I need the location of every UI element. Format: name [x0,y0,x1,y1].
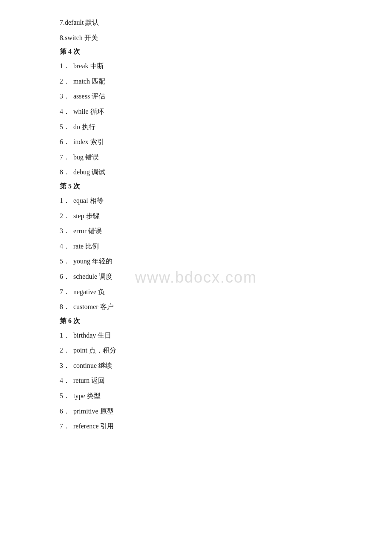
item-number: 6． [60,271,72,282]
item-text: assess 评估 [73,91,105,102]
section-4-list: 1． break 中断 2． match 匹配 3． assess 评估 4． … [60,61,341,178]
item-number: 2． [60,211,72,222]
item-text: point 点，积分 [73,345,116,356]
item-number: 7.default 默认 [60,19,99,26]
list-item: 6． index 索引 [60,136,341,147]
item-text: continue 继续 [73,360,112,371]
list-item: 7． bug 错误 [60,152,341,163]
list-item: 6． schedule 调度 [60,271,341,282]
item-number: 4． [60,106,72,117]
item-number: 4． [60,241,72,252]
item-text: index 索引 [73,136,104,147]
item-text: return 返回 [73,375,105,386]
item-number: 2． [60,345,72,356]
item-number: 5． [60,121,72,133]
section-header-5: 第 5 次 [60,182,341,191]
item-number: 7． [60,286,72,298]
item-text: customer 客户 [73,301,114,312]
item-number: 5． [60,256,72,267]
list-item: 8． debug 调试 [60,167,341,178]
item-number: 4． [60,375,72,386]
item-number: 1． [60,195,72,206]
list-item: 1． equal 相等 [60,195,341,206]
item-text: reference 引用 [73,421,114,432]
item-number: 6． [60,406,72,417]
section-5-list: 1． equal 相等 2． step 步骤 3． error 错误 4． ra… [60,195,341,312]
item-text: rate 比例 [73,241,99,252]
item-text: schedule 调度 [73,271,112,282]
item-number: 6． [60,136,72,147]
item-text: debug 调试 [73,167,105,178]
list-item: 3． continue 继续 [60,360,341,371]
list-item: 3． assess 评估 [60,91,341,102]
item-text: birthday 生日 [73,330,111,341]
item-text: young 年轻的 [73,256,112,267]
item-number: 5． [60,390,72,402]
list-item: 6． primitive 原型 [60,406,341,417]
item-text: primitive 原型 [73,406,114,417]
item-number: 7． [60,152,72,163]
item-number: 8.switch 开关 [60,34,98,41]
item-text: equal 相等 [73,195,104,206]
item-text: step 步骤 [73,211,100,222]
list-item: 3． error 错误 [60,225,341,237]
item-text: type 类型 [73,390,101,402]
item-text: match 匹配 [73,76,105,87]
item-number: 8． [60,167,72,178]
pre-section: 7.default 默认 8.switch 开关 [60,17,341,43]
item-text: while 循环 [73,106,104,117]
list-item: 7.default 默认 [60,17,341,28]
item-text: negative 负 [73,286,105,298]
list-item: 2． point 点，积分 [60,345,341,356]
item-text: error 错误 [73,225,102,237]
list-item: 7． negative 负 [60,286,341,298]
item-number: 8． [60,301,72,312]
item-number: 1． [60,330,72,341]
item-number: 3． [60,360,72,371]
list-item: 4． return 返回 [60,375,341,386]
item-number: 3． [60,91,72,102]
item-text: do 执行 [73,121,95,133]
item-text: bug 错误 [73,152,99,163]
list-item: 2． match 匹配 [60,76,341,87]
list-item: 8． customer 客户 [60,301,341,312]
main-content: 7.default 默认 8.switch 开关 第 4 次 1． break … [60,17,341,432]
item-number: 2． [60,76,72,87]
list-item: 2． step 步骤 [60,211,341,222]
list-item: 1． birthday 生日 [60,330,341,341]
list-item: 5． do 执行 [60,121,341,133]
section-header-6: 第 6 次 [60,317,341,326]
list-item: 1． break 中断 [60,61,341,72]
list-item: 8.switch 开关 [60,32,341,43]
list-item: 4． rate 比例 [60,241,341,252]
section-6-list: 1． birthday 生日 2． point 点，积分 3． continue… [60,330,341,432]
list-item: 7． reference 引用 [60,421,341,432]
list-item: 5． type 类型 [60,390,341,402]
item-number: 1． [60,61,72,72]
section-header-4: 第 4 次 [60,47,341,56]
item-number: 3． [60,225,72,237]
item-number: 7． [60,421,72,432]
item-text: break 中断 [73,61,104,72]
list-item: 5． young 年轻的 [60,256,341,267]
list-item: 4． while 循环 [60,106,341,117]
